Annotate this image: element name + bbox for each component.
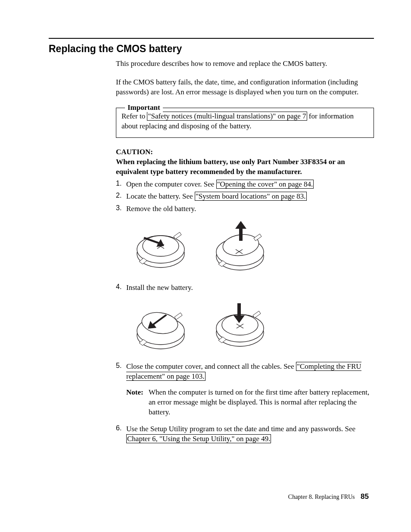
step-1: 1. Open the computer cover. See "Opening… (116, 180, 374, 190)
caution-label: CAUTION: (116, 147, 374, 157)
procedure-list-cont2: 5. Close the computer cover, and connect… (116, 362, 374, 444)
install-battery-step-a-icon (126, 298, 195, 354)
note-text: When the computer is turned on for the f… (149, 388, 374, 417)
install-battery-step-b-icon (206, 298, 274, 354)
note-label: Note: (126, 388, 149, 417)
figure-remove-battery (126, 219, 374, 275)
remove-battery-step-a-icon (126, 219, 195, 275)
step-number: 5. (116, 362, 126, 422)
footer-page-number: 85 (361, 492, 369, 501)
step-text: Use the Setup Utility program to set the… (126, 425, 355, 433)
step-text: Open the computer cover. See (126, 180, 216, 188)
important-text-prefix: Refer to (121, 112, 145, 120)
intro-paragraph-2: If the CMOS battery fails, the date, tim… (116, 78, 374, 97)
caution-text: When replacing the lithium battery, use … (116, 157, 374, 177)
procedure-list: 1. Open the computer cover. See "Opening… (116, 180, 374, 215)
step-3: 3. Remove the old battery. (116, 204, 374, 214)
step-6: 6. Use the Setup Utility program to set … (116, 424, 374, 444)
step-text: Remove the old battery. (126, 204, 374, 214)
step-number: 1. (116, 180, 126, 190)
step-number: 3. (116, 204, 126, 214)
body-content: This procedure describes how to remove a… (116, 59, 374, 444)
intro-paragraph-1: This procedure describes how to remove a… (116, 59, 374, 69)
step-2: 2. Locate the battery. See "System board… (116, 192, 374, 202)
step-text: Locate the battery. See (126, 192, 195, 200)
step-5: 5. Close the computer cover, and connect… (116, 362, 374, 422)
section-heading: Replacing the CMOS battery (49, 43, 374, 55)
page-footer: Chapter 8. Replacing FRUs 85 (288, 492, 369, 501)
figure-install-battery (126, 298, 374, 354)
footer-chapter: Chapter 8. Replacing FRUs (288, 494, 355, 500)
step-4: 4. Install the new battery. (116, 283, 374, 293)
opening-cover-link[interactable]: "Opening the cover" on page 84. (216, 180, 314, 189)
important-box: Important Refer to "Safety notices (mult… (116, 108, 374, 138)
procedure-list-cont1: 4. Install the new battery. (116, 283, 374, 293)
section-rule (49, 38, 374, 39)
step-number: 6. (116, 424, 126, 444)
system-board-link[interactable]: "System board locations" on page 83. (195, 192, 307, 201)
step-text: Close the computer cover, and connect al… (126, 362, 296, 370)
step-5-note: Note: When the computer is turned on for… (126, 388, 374, 417)
step-text: Install the new battery. (126, 283, 374, 293)
safety-notices-link[interactable]: "Safety notices (multi-lingual translati… (147, 112, 307, 121)
step-number: 2. (116, 192, 126, 202)
step-number: 4. (116, 283, 126, 293)
setup-utility-link[interactable]: Chapter 6, "Using the Setup Utility," on… (126, 434, 271, 443)
remove-battery-step-b-icon (206, 219, 274, 275)
important-legend: Important (125, 103, 163, 112)
